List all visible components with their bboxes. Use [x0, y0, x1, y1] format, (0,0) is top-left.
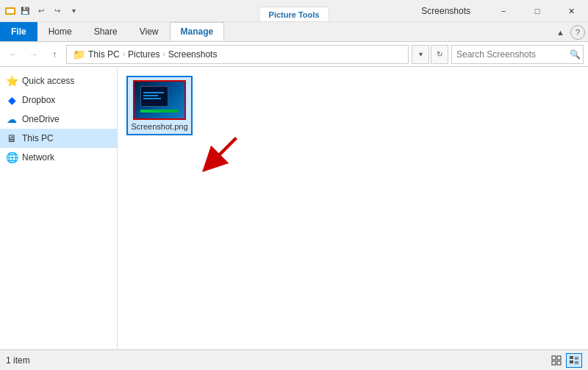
thumb-screen — [140, 86, 168, 107]
path-sep2: › — [162, 50, 165, 58]
address-actions: ▾ ↻ — [412, 45, 448, 64]
sidebar-item-label-quick-access: Quick access — [22, 76, 74, 86]
undo-qat-button[interactable]: ↩ — [34, 3, 49, 19]
tab-manage[interactable]: Manage — [170, 22, 225, 41]
close-button[interactable]: ✕ — [554, 0, 588, 22]
picture-tools-label-container: Picture Tools — [259, 0, 329, 21]
sidebar: ⭐ Quick access ◆ Dropbox ☁ OneDrive 🖥 Th… — [0, 67, 118, 350]
svg-rect-4 — [552, 356, 556, 360]
ribbon-collapse-button[interactable]: ▲ — [553, 26, 567, 38]
red-arrow — [198, 132, 243, 176]
view-toggle — [548, 353, 582, 368]
svg-rect-1 — [7, 9, 14, 13]
qat-dropdown-button[interactable]: ▾ — [66, 3, 81, 19]
help-button[interactable]: ? — [570, 25, 585, 40]
sidebar-item-label-dropbox: Dropbox — [22, 95, 55, 105]
search-box[interactable]: 🔍 — [451, 45, 584, 64]
minimize-button[interactable]: − — [487, 0, 520, 22]
title-bar-left: 💾 ↩ ↪ ▾ — [0, 0, 85, 21]
sidebar-item-this-pc[interactable]: 🖥 This PC — [0, 129, 117, 148]
app-icon — [4, 5, 16, 17]
file-item-screenshot[interactable]: Screenshot.png — [126, 76, 193, 135]
save-qat-button[interactable]: 💾 — [18, 3, 32, 19]
main-layout: ⭐ Quick access ◆ Dropbox ☁ OneDrive 🖥 Th… — [0, 67, 588, 350]
network-icon: 🌐 — [6, 152, 18, 163]
address-path[interactable]: 📁 This PC › Pictures › Screenshots — [66, 45, 409, 64]
thumbnail-content — [135, 82, 184, 118]
thumb-line2 — [143, 95, 158, 96]
picture-tools-label: Picture Tools — [259, 7, 329, 21]
path-root: This PC — [88, 49, 120, 60]
path-sep1: › — [123, 50, 125, 58]
tab-share[interactable]: Share — [83, 22, 129, 41]
tab-home[interactable]: Home — [37, 22, 83, 41]
svg-rect-7 — [557, 361, 561, 365]
status-bar: 1 item — [0, 349, 588, 370]
sidebar-item-label-onedrive: OneDrive — [22, 114, 60, 124]
thumb-line3 — [143, 98, 161, 99]
window-controls: − □ ✕ — [487, 0, 588, 21]
redo-qat-button[interactable]: ↪ — [50, 3, 65, 19]
this-pc-icon: 🖥 — [6, 132, 18, 144]
tab-view[interactable]: View — [129, 22, 170, 41]
back-button[interactable]: ← — [4, 46, 22, 63]
thumb-green-bar — [140, 110, 179, 113]
forward-button[interactable]: → — [25, 46, 43, 63]
quick-access-icon: ⭐ — [6, 75, 18, 87]
onedrive-icon: ☁ — [6, 113, 18, 125]
sidebar-item-label-this-pc: This PC — [22, 133, 54, 143]
svg-rect-5 — [557, 356, 561, 360]
search-icon: 🔍 — [570, 49, 581, 60]
thumb-line1 — [143, 92, 164, 93]
ribbon-tabs: File Home Share View Manage — [0, 22, 588, 41]
up-button[interactable]: ↑ — [46, 46, 63, 63]
file-name: Screenshot.png — [131, 122, 187, 131]
search-input[interactable] — [456, 49, 567, 60]
list-view-button[interactable] — [566, 353, 582, 368]
folder-icon: 📁 — [73, 49, 85, 60]
svg-line-3 — [211, 138, 236, 163]
grid-view-icon — [551, 355, 562, 366]
tab-file[interactable]: File — [0, 22, 37, 41]
item-count: 1 item — [6, 355, 30, 366]
window-title: Screenshots — [421, 0, 470, 21]
svg-rect-9 — [570, 360, 573, 363]
file-thumbnail — [133, 80, 186, 120]
content-area: Screenshot.png — [118, 67, 588, 350]
path-leaf: Screenshots — [168, 49, 218, 60]
address-bar: ← → ↑ 📁 This PC › Pictures › Screenshots… — [0, 42, 588, 67]
ribbon: File Home Share View Manage ▲ ? — [0, 22, 588, 42]
list-view-icon — [569, 355, 579, 366]
address-dropdown-button[interactable]: ▾ — [412, 45, 429, 64]
refresh-button[interactable]: ↻ — [431, 45, 448, 64]
sidebar-item-network[interactable]: 🌐 Network — [0, 148, 117, 167]
title-bar: 💾 ↩ ↪ ▾ Picture Tools Screenshots − □ ✕ — [0, 0, 588, 22]
dropbox-icon: ◆ — [6, 94, 18, 106]
svg-rect-6 — [552, 361, 556, 365]
ribbon-right: ▲ ? — [553, 25, 585, 40]
sidebar-item-quick-access[interactable]: ⭐ Quick access — [0, 71, 117, 90]
sidebar-item-onedrive[interactable]: ☁ OneDrive — [0, 110, 117, 129]
maximize-button[interactable]: □ — [520, 0, 554, 22]
svg-rect-8 — [570, 356, 573, 359]
path-mid: Pictures — [128, 49, 159, 60]
sidebar-item-label-network: Network — [22, 152, 54, 163]
grid-view-button[interactable] — [548, 353, 564, 368]
sidebar-item-dropbox[interactable]: ◆ Dropbox — [0, 90, 117, 110]
